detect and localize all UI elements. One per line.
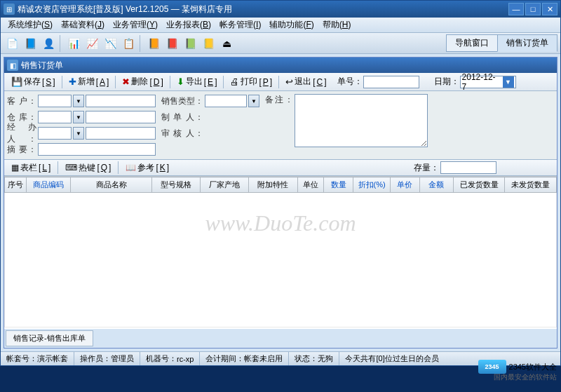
titlebar: ⊞ 精诚农资店管理系统[普及版] Ver12.1205 — 某饲料店专用 — □… [1,1,560,18]
stock-label: 存量： [414,162,439,174]
col-header[interactable]: 未发货数量 [505,177,557,193]
col-header[interactable]: 折扣(%) [353,177,390,193]
col-header[interactable]: 商品名称 [71,177,151,193]
menu-business[interactable]: 业务管理(Y) [109,18,162,32]
status-period: 会计期间：帐套未启用 [200,352,289,365]
tool-btn-9[interactable]: 📕 [163,35,180,52]
plus-icon: ✚ [69,76,76,87]
grid-header-row: 序号商品编码商品名称型号规格厂家产地附加特性单位数量折扣(%)单价金额已发货数量… [5,177,557,193]
form-col-right: 备注： [265,94,428,156]
col-header[interactable]: 附加特性 [249,177,297,193]
sales-order-panel: ◧ 销售订货单 💾保存[S] ✚新增[A] ✖删除[D] ⬇导出[E] 🖨打印[… [4,57,557,349]
tool-sep [60,35,62,52]
grid-icon: ▦ [11,163,19,173]
close-button[interactable]: ✕ [542,3,557,15]
warehouse-name[interactable] [86,111,156,123]
warehouse-code[interactable] [38,111,72,123]
warehouse-dropdown[interactable]: ▼ [73,111,84,123]
col-header[interactable]: 单价 [390,177,419,193]
remark-label: 备注： [265,94,293,106]
col-header[interactable]: 已发货数量 [454,177,505,193]
app-window: ⊞ 精诚农资店管理系统[普及版] Ver12.1205 — 某饲料店专用 — □… [0,0,561,366]
tool-btn-6[interactable]: 📉 [102,35,119,52]
handler-dropdown[interactable]: ▼ [73,127,84,140]
window-title: 精诚农资店管理系统[普及版] Ver12.1205 — 某饲料店专用 [18,4,507,15]
summary-label: 摘 要： [7,144,36,156]
customer-code[interactable] [38,95,72,107]
col-header[interactable]: 厂家产地 [201,177,249,193]
handler-name[interactable] [86,127,156,140]
handler-label: 经办人： [7,121,36,145]
tool-btn-3[interactable]: 👤 [40,35,57,52]
statusbar: 帐套号：演示帐套 操作员：管理员 机器号：rc-xp 会计期间：帐套未启用 状态… [1,351,560,365]
grid-wrap: 序号商品编码商品名称型号规格厂家产地附加特性单位数量折扣(%)单价金额已发货数量… [4,176,557,329]
exit-button[interactable]: ↩退出[C] [281,74,330,90]
ref-button[interactable]: 📖 参考[K] [121,161,173,175]
tool-btn-5[interactable]: 📈 [83,35,100,52]
add-button[interactable]: ✚新增[A] [65,74,114,90]
customer-name[interactable] [86,95,156,107]
book-icon: 📖 [126,163,136,173]
tool-btn-4[interactable]: 📊 [65,35,82,52]
status-machine: 机器号：rc-xp [140,352,200,365]
hotkey-button[interactable]: ⌨ 热键[Q] [61,161,115,175]
saletype-input[interactable] [205,95,247,107]
saletype-label: 销售类型： [161,95,203,107]
tool-btn-1[interactable]: 📄 [4,35,20,52]
date-picker[interactable]: 2012-12- 7 ▼ [460,76,516,88]
minimize-button[interactable]: — [508,3,524,15]
tool-btn-11[interactable]: 📒 [200,35,217,52]
tool-btn-12[interactable]: ⏏ [218,35,235,52]
export-icon: ⬇ [177,76,184,87]
handler-code[interactable] [38,127,72,140]
summary-input[interactable] [38,143,156,156]
tool-sep [140,35,142,52]
footer-tab-sales-out[interactable]: 销售记录-销售出库单 [6,330,93,346]
status-state: 状态：无狗 [289,352,339,365]
badge-text: 2345软件大全 [509,362,557,372]
tab-sales-order[interactable]: 销售订货单 [497,34,557,52]
col-header[interactable]: 金额 [419,177,453,193]
col-header[interactable]: 序号 [5,177,27,193]
tool-btn-2[interactable]: 📘 [22,35,39,52]
menu-account[interactable]: 帐务管理(I) [215,18,265,32]
grid-empty-row [5,193,557,327]
items-grid[interactable]: 序号商品编码商品名称型号规格厂家产地附加特性单位数量折扣(%)单价金额已发货数量… [4,177,557,327]
columns-button[interactable]: ▦ 表栏[L] [7,161,55,175]
print-icon: 🖨 [230,76,239,87]
col-header[interactable]: 商品编码 [27,177,71,193]
delete-button[interactable]: ✖删除[D] [118,74,167,90]
status-operator: 操作员：管理员 [74,352,140,365]
tool-btn-7[interactable]: 📋 [120,35,137,52]
key-icon: ⌨ [65,163,77,173]
panel-header: ◧ 销售订货单 [4,58,557,73]
panel-icon: ◧ [7,60,18,71]
save-button[interactable]: 💾保存[S] [7,74,60,90]
badge-logo-icon: 2345 [478,360,506,374]
export-button[interactable]: ⬇导出[E] [173,74,222,90]
badge-subtitle: 国内最安全的软件站 [494,372,557,382]
customer-dropdown[interactable]: ▼ [73,95,84,107]
stock-value [440,161,496,174]
menu-help[interactable]: 帮助(H) [318,18,356,32]
docno-input[interactable] [363,76,419,88]
saletype-dropdown[interactable]: ▼ [248,95,259,107]
tool-btn-8[interactable]: 📙 [145,35,162,52]
menu-basedata[interactable]: 基础资料(J) [57,18,109,32]
delete-icon: ✖ [122,76,130,87]
col-header[interactable]: 单位 [297,177,324,193]
print-button[interactable]: 🖨打印[P] [226,74,276,90]
menu-report[interactable]: 业务报表(B) [162,18,215,32]
exit-icon: ↩ [285,76,293,87]
col-header[interactable]: 型号规格 [151,177,200,193]
maximize-button[interactable]: □ [525,3,541,15]
remark-textarea[interactable] [295,94,428,147]
menu-system[interactable]: 系统维护(S) [4,18,57,32]
chevron-down-icon[interactable]: ▼ [503,76,514,88]
tab-nav[interactable]: 导航窗口 [446,34,498,52]
date-label: 日期： [434,76,459,88]
tool-btn-10[interactable]: 📗 [182,35,198,52]
docno-label: 单号： [337,76,363,88]
menu-aux[interactable]: 辅助功能(F) [265,18,318,32]
col-header[interactable]: 数量 [324,177,353,193]
